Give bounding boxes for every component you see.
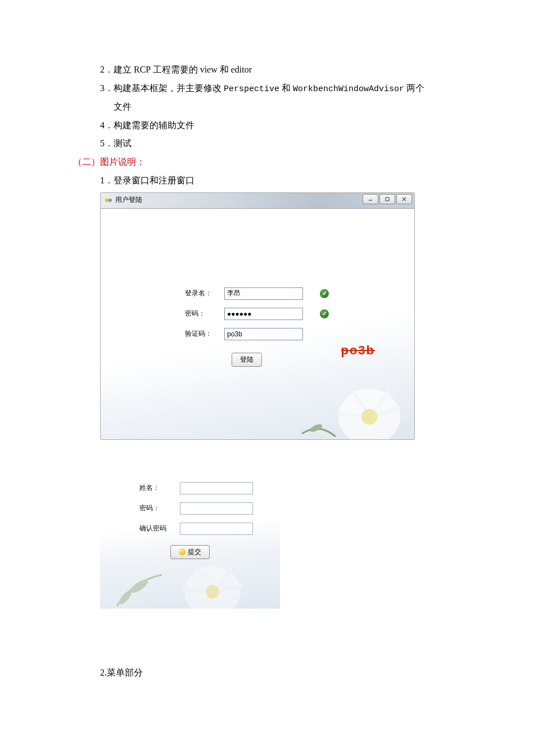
maximize-button[interactable] xyxy=(379,194,395,204)
svg-point-10 xyxy=(117,588,133,606)
text-3c: 两个 xyxy=(404,83,424,93)
svg-rect-1 xyxy=(386,197,389,201)
window-controls xyxy=(361,194,412,204)
sub-item-1: 1．登录窗口和注册窗口 xyxy=(73,173,461,189)
list-item-3-cont: 文件 xyxy=(73,99,461,115)
confirm-label: 确认密码 xyxy=(139,523,180,535)
minimize-button[interactable] xyxy=(363,194,378,204)
list-item-4: 4．构建需要的辅助文件 xyxy=(73,118,461,134)
password-row: 密码： xyxy=(111,502,269,515)
window-title: 用户登陆 xyxy=(115,194,142,206)
login-body: 登录名： 密码： 验证码： po3b 登陆 xyxy=(101,209,414,439)
captcha-label: 验证码： xyxy=(185,328,224,340)
register-window: 姓名： 密码： 确认密码 提交 xyxy=(100,457,280,609)
svg-point-5 xyxy=(361,409,377,425)
username-input[interactable] xyxy=(224,287,303,300)
svg-point-7 xyxy=(184,566,241,609)
confirm-input[interactable] xyxy=(180,523,253,535)
password-input[interactable] xyxy=(224,308,303,320)
submit-label: 提交 xyxy=(188,547,201,557)
name-row: 姓名： xyxy=(111,482,269,494)
code-perspective: Perspective xyxy=(224,84,279,94)
submit-row: 提交 xyxy=(111,545,269,559)
app-icon xyxy=(105,197,113,204)
login-window: 用户登陆 登录名： xyxy=(100,192,415,440)
submit-icon xyxy=(179,548,185,555)
maximize-icon xyxy=(384,196,390,202)
password-label: 密码： xyxy=(185,308,224,320)
submit-button[interactable]: 提交 xyxy=(170,545,210,559)
captcha-row: 验证码： xyxy=(117,328,397,340)
username-label: 登录名： xyxy=(185,287,224,300)
close-icon xyxy=(401,196,407,202)
svg-point-9 xyxy=(129,577,150,595)
captcha-input[interactable] xyxy=(224,328,303,340)
close-button[interactable] xyxy=(396,194,412,204)
section-2-heading: （二）图片说明： xyxy=(73,154,461,170)
list-item-3: 3．构建基本框架，并主要修改 Perspective 和 WorkbenchWi… xyxy=(73,80,461,97)
list-item-5: 5．测试 xyxy=(73,136,461,152)
password-input[interactable] xyxy=(180,502,253,515)
name-input[interactable] xyxy=(180,482,253,494)
minimize-icon xyxy=(368,196,373,202)
login-button[interactable]: 登陆 xyxy=(232,353,262,367)
password-label: 密码： xyxy=(139,502,180,515)
login-button-row: 登陆 xyxy=(185,353,309,367)
list-item-2: 2．建立 RCP 工程需要的 view 和 editor xyxy=(73,62,461,78)
svg-point-8 xyxy=(206,585,219,598)
svg-point-4 xyxy=(338,389,400,439)
code-workbench: WorkbenchWindowAdvisor xyxy=(293,84,404,94)
confirm-row: 确认密码 xyxy=(111,523,269,535)
check-icon xyxy=(320,289,329,298)
text-3b: 和 xyxy=(279,83,293,93)
username-row: 登录名： xyxy=(117,287,397,300)
password-row: 密码： xyxy=(117,308,397,320)
menu-section-heading: 2.菜单部分 xyxy=(73,665,461,681)
title-bar[interactable]: 用户登陆 xyxy=(101,193,414,209)
captcha-image[interactable]: po3b xyxy=(341,339,375,362)
name-label: 姓名： xyxy=(139,482,180,494)
svg-point-6 xyxy=(309,422,323,433)
check-icon xyxy=(320,309,329,318)
text-3a: 3．构建基本框架，并主要修改 xyxy=(100,83,224,93)
